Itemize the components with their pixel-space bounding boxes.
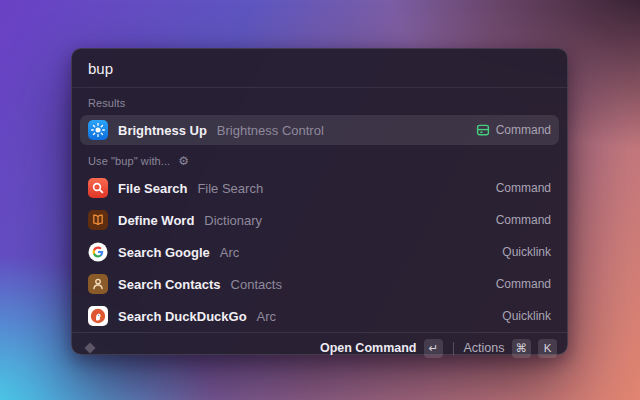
item-subtitle: Contacts xyxy=(231,277,282,292)
footer-divider xyxy=(453,342,454,355)
item-title: Search Contacts xyxy=(118,277,221,292)
item-type-label: Quicklink xyxy=(502,309,551,323)
item-title: Brightness Up xyxy=(118,123,207,138)
raycast-window: Results Brightness Up Brightness Control xyxy=(71,48,568,355)
item-title: File Search xyxy=(118,181,187,196)
item-subtitle: File Search xyxy=(197,181,263,196)
item-type-label: Command xyxy=(496,123,551,137)
duckduckgo-icon xyxy=(88,306,108,326)
item-type-label: Command xyxy=(496,277,551,291)
item-subtitle: Arc xyxy=(257,309,277,324)
footer-bar: Open Command ↵ Actions ⌘ K xyxy=(72,332,567,363)
search-input[interactable] xyxy=(88,60,551,77)
google-icon xyxy=(88,242,108,262)
item-title: Search Google xyxy=(118,245,210,260)
results-section-header: Results xyxy=(72,88,567,114)
use-with-section-header: Use "bup" with... ⚙ xyxy=(72,146,567,172)
return-key-badge: ↵ xyxy=(424,339,443,358)
item-type-label: Command xyxy=(496,181,551,195)
actions-button[interactable]: Actions xyxy=(464,341,505,355)
use-with-section-title: Use "bup" with... xyxy=(88,155,170,167)
list-item-file-search[interactable]: File Search File Search Command xyxy=(80,173,559,203)
list-item-search-contacts[interactable]: Search Contacts Contacts Command xyxy=(80,269,559,299)
dictionary-icon xyxy=(88,210,108,230)
results-section-title: Results xyxy=(88,97,125,109)
search-bar xyxy=(72,49,567,88)
brightness-up-icon xyxy=(88,120,108,140)
k-key-badge: K xyxy=(538,339,557,358)
gear-icon[interactable]: ⚙ xyxy=(178,155,189,167)
list-item-search-google[interactable]: Search Google Arc Quicklink xyxy=(80,237,559,267)
cmd-key-badge: ⌘ xyxy=(512,339,532,358)
item-title: Define Word xyxy=(118,213,194,228)
open-command-button[interactable]: Open Command xyxy=(320,341,417,355)
raycast-logo-icon xyxy=(82,340,98,356)
item-accessory: Command xyxy=(476,123,551,137)
file-search-icon xyxy=(88,178,108,198)
item-title: Search DuckDuckGo xyxy=(118,309,247,324)
display-icon xyxy=(476,123,490,137)
list-item-define-word[interactable]: Define Word Dictionary Command xyxy=(80,205,559,235)
list-item-search-duckduckgo[interactable]: Search DuckDuckGo Arc Quicklink xyxy=(80,301,559,331)
item-subtitle: Brightness Control xyxy=(217,123,324,138)
item-subtitle: Dictionary xyxy=(204,213,262,228)
contacts-icon xyxy=(88,274,108,294)
item-type-label: Quicklink xyxy=(502,245,551,259)
item-type-label: Command xyxy=(496,213,551,227)
list-item-brightness-up[interactable]: Brightness Up Brightness Control Command xyxy=(80,115,559,145)
item-subtitle: Arc xyxy=(220,245,240,260)
